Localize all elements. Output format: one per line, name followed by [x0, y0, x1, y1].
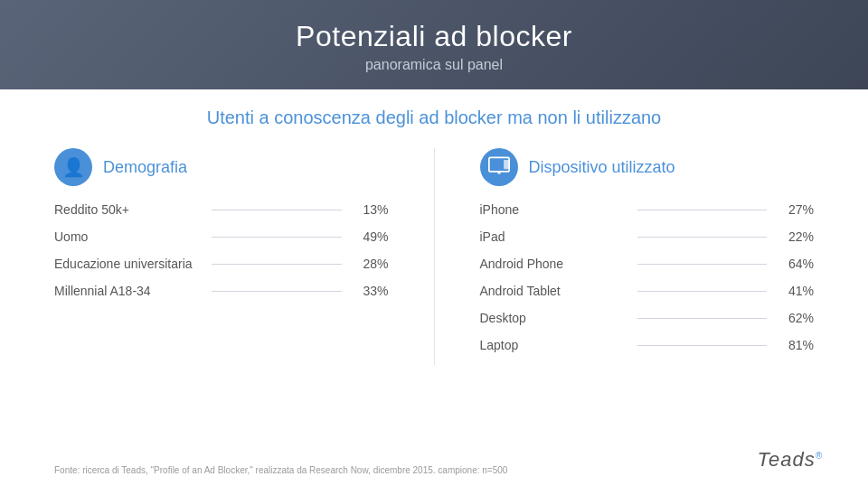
- row-divider: [637, 264, 768, 265]
- row-divider: [212, 237, 342, 238]
- page-subtitle: panoramica sul panel: [0, 57, 868, 73]
- table-row: iPhone 27%: [480, 202, 815, 217]
- table-row: iPad 22%: [480, 229, 815, 244]
- table-row: Millennial A18-34 33%: [54, 284, 389, 298]
- table-row: Educazione universitaria 28%: [54, 257, 389, 271]
- row-value: 62%: [779, 311, 814, 325]
- page-title: Potenziali ad blocker: [0, 20, 868, 53]
- column-divider: [434, 148, 435, 365]
- row-divider: [637, 237, 768, 238]
- teads-logo: Teads®: [758, 448, 824, 472]
- row-label: Reddito 50k+: [54, 202, 199, 217]
- row-label: Millennial A18-34: [54, 284, 199, 298]
- row-label: Android Tablet: [480, 284, 625, 298]
- row-label: iPad: [480, 229, 625, 244]
- devices-column: Dispositivo utilizzato iPhone 27% iPad 2…: [480, 148, 815, 365]
- svg-rect-1: [497, 173, 500, 174]
- table-row: Uomo 49%: [54, 229, 389, 244]
- row-value: 81%: [779, 338, 814, 352]
- row-value: 13%: [354, 202, 389, 217]
- row-value: 28%: [354, 257, 389, 271]
- row-value: 64%: [779, 257, 814, 271]
- table-row: Reddito 50k+ 13%: [54, 202, 389, 217]
- logo-text: Teads: [758, 448, 816, 471]
- row-value: 41%: [779, 284, 814, 298]
- table-row: Laptop 81%: [480, 338, 815, 352]
- row-value: 33%: [354, 284, 389, 298]
- row-label: Desktop: [480, 311, 625, 325]
- row-label: Uomo: [54, 229, 199, 244]
- table-row: Android Tablet 41%: [480, 284, 815, 298]
- device-icon: [488, 156, 510, 178]
- row-label: Android Phone: [480, 257, 625, 271]
- section-title: Utenti a conoscenza degli ad blocker ma …: [54, 107, 814, 128]
- devices-label: Dispositivo utilizzato: [529, 158, 675, 177]
- row-divider: [637, 345, 768, 346]
- row-label: iPhone: [480, 202, 625, 217]
- row-value: 22%: [779, 229, 814, 244]
- row-divider: [212, 264, 342, 265]
- table-row: Android Phone 64%: [480, 257, 815, 271]
- row-label: Educazione universitaria: [54, 257, 199, 271]
- main-content: Utenti a conoscenza degli ad blocker ma …: [0, 89, 868, 374]
- demographics-header: 👤 Demografia: [54, 148, 389, 186]
- devices-header: Dispositivo utilizzato: [480, 148, 815, 186]
- svg-rect-2: [504, 160, 509, 169]
- footer-note: Fonte: ricerca di Teads, "Profile of an …: [54, 465, 687, 475]
- demographics-label: Demografia: [103, 158, 187, 177]
- two-columns: 👤 Demografia Reddito 50k+ 13% Uomo 49% E…: [54, 148, 814, 365]
- row-divider: [637, 210, 768, 210]
- demographics-column: 👤 Demografia Reddito 50k+ 13% Uomo 49% E…: [54, 148, 389, 365]
- row-value: 49%: [354, 229, 389, 244]
- logo-superscript: ®: [816, 451, 823, 461]
- row-divider: [637, 318, 768, 319]
- row-divider: [212, 210, 342, 210]
- person-icon: 👤: [62, 156, 85, 178]
- devices-icon-circle: [480, 148, 518, 186]
- row-value: 27%: [779, 202, 814, 217]
- demographics-icon-circle: 👤: [54, 148, 92, 186]
- row-divider: [637, 291, 768, 292]
- table-row: Desktop 62%: [480, 311, 815, 325]
- row-label: Laptop: [480, 338, 625, 352]
- row-divider: [212, 291, 342, 292]
- header-band: Potenziali ad blocker panoramica sul pan…: [0, 0, 868, 89]
